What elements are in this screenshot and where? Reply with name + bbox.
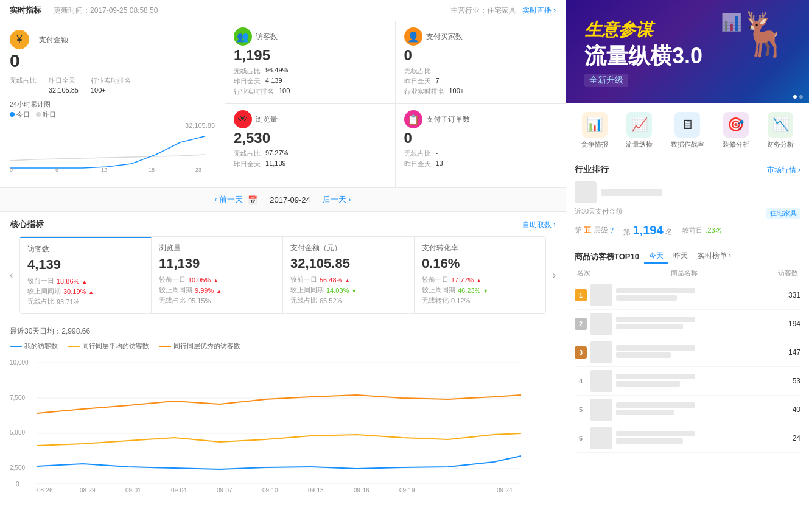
legend-excellent: 同行同层优秀的访客数 — [159, 341, 240, 351]
realtime-chart-svg: 0 6 12 18 23 — [10, 130, 205, 173]
decoration-icon: 🎯 — [723, 112, 749, 138]
pt-tabs: 今天 昨天 实时榜单 › — [644, 250, 736, 264]
ir-change-val: ↓23名 — [704, 226, 722, 234]
next-day-link[interactable]: 后一天 › — [323, 194, 351, 205]
industry-rank-val-pay: 100+ — [91, 86, 131, 94]
core-visitors-value: 4,139 — [27, 257, 144, 273]
core-visitors-row3: 无线占比 93.71% — [27, 297, 144, 306]
product-row-6: 6 24 — [575, 424, 800, 453]
pt-title: 商品访客榜TOP10 — [575, 251, 639, 262]
industry-tag: 住宅家具 — [766, 208, 800, 219]
paid-buyers-icon: 👤 — [404, 27, 422, 46]
industry-ranking: 行业排行 市场行情 › 近30天支付金额 住宅家具 第 五 层级 ? 第 1 — [566, 158, 809, 243]
core-payment-value: 32,105.85 — [290, 256, 407, 271]
product-name-1 — [616, 288, 779, 303]
ir-level-help[interactable]: ? — [610, 226, 614, 234]
product-name-6 — [616, 431, 779, 446]
core-conv-row1: 较前一日 17.77% — [422, 275, 538, 284]
quick-icon-finance[interactable]: 📉 财务分析 — [767, 112, 794, 149]
legend-mine: 我的访客数 — [10, 341, 58, 351]
svg-text:09-07: 09-07 — [217, 487, 233, 494]
product-img-6 — [590, 427, 612, 449]
payment-amount-card: ¥ 支付金额 0 无线占比 - 昨日全天 32,105.85 行业实时排名 — [0, 21, 225, 187]
quick-icon-competition[interactable]: 📊 竞争情报 — [581, 112, 608, 149]
core-metrics-section: 核心指标 自助取数 › ‹ 访客数 4,139 较前一日 18.86% — [0, 212, 566, 321]
chart-avg-label: 最近30天日均：2,998.66 — [10, 326, 556, 337]
tab-yesterday[interactable]: 昨天 — [668, 250, 693, 264]
suborders-icon: 📋 — [404, 110, 422, 128]
product-name-5 — [616, 402, 779, 417]
svg-text:09-16: 09-16 — [354, 487, 369, 494]
legend-avg: 同行同层平均的访客数 — [68, 341, 149, 351]
live-link[interactable]: 实时直播 › — [522, 5, 556, 16]
product-img-2 — [590, 313, 612, 335]
core-nav-left[interactable]: ‹ — [10, 270, 13, 281]
banner-character: 🦌 — [738, 9, 791, 59]
ir-level-val: 五 — [584, 226, 591, 234]
payment-value: 0 — [10, 51, 215, 71]
quick-icon-decoration[interactable]: 🎯 装修分析 — [723, 112, 749, 149]
visitors-value: 1,195 — [234, 47, 387, 64]
rank-4: 4 — [575, 375, 587, 387]
current-date: 2017-09-24 — [270, 195, 310, 205]
banner-dot-2[interactable] — [799, 95, 803, 99]
product-img-5 — [590, 399, 612, 421]
core-pv-row3: 无线占比 95.15% — [159, 296, 275, 305]
core-conv-name: 支付转化率 — [422, 243, 538, 253]
svg-text:08-29: 08-29 — [80, 487, 96, 494]
core-conv-row2: 较上周同期 46.23% — [422, 285, 538, 295]
rank-2: 2 — [575, 318, 587, 330]
side-panel: 生意参谋 流量纵横3.0 全新升级 🦌 📊 📊 竞争情报 📈 流量纵横 — [566, 0, 809, 532]
banner[interactable]: 生意参谋 流量纵横3.0 全新升级 🦌 📊 — [566, 0, 809, 103]
banner-dot-1[interactable] — [793, 95, 797, 99]
col-product: 商品名称 — [671, 268, 698, 278]
product-row-3: 3 147 — [575, 338, 800, 367]
core-nav-right[interactable]: › — [553, 270, 556, 281]
product-row-2: 2 194 — [575, 310, 800, 338]
visitors-card: 👥 访客数 1,195 无线占比96.49% 昨日全天4,139 行业实时排名1… — [225, 21, 396, 104]
prev-day-link[interactable]: ‹ 前一天 — [214, 194, 243, 205]
core-payment-name: 支付金额（元） — [290, 243, 407, 253]
svg-text:12: 12 — [101, 167, 107, 173]
visitors-label: 访客数 — [256, 32, 278, 42]
banner-text: 生意参谋 流量纵横3.0 全新升级 — [584, 18, 702, 87]
tab-realtime[interactable]: 实时榜单 › — [693, 250, 736, 264]
paid-buyers-label: 支付买家数 — [426, 32, 463, 42]
wireless-label-pay: 无线占比 — [10, 76, 37, 85]
paid-buyers-value: 0 — [404, 47, 558, 64]
self-service-link[interactable]: 自助取数 › — [522, 220, 556, 230]
tab-today[interactable]: 今天 — [644, 250, 668, 264]
recent30-label: 近30天支付金额 — [575, 207, 622, 216]
ir-level-info: 第 五 层级 ? — [575, 225, 614, 236]
product-row-1: 1 331 — [575, 281, 800, 310]
visits-2: 194 — [782, 320, 800, 328]
ir-shop-row — [575, 181, 800, 203]
pt-columns: 名次 商品名称 访客数 — [575, 268, 800, 278]
col-visits: 访客数 — [778, 268, 798, 278]
product-row-4: 4 53 — [575, 367, 800, 396]
core-conversion: 支付转化率 0.16% 较前一日 17.77% 较上周同期 46.23% 无线转… — [415, 237, 545, 313]
rank-6: 6 — [575, 432, 587, 444]
trend-chart-section: 最近30天日均：2,998.66 我的访客数 同行同层平均的访客数 同行同层优秀… — [0, 321, 566, 507]
svg-text:09-13: 09-13 — [308, 487, 324, 494]
core-metrics-title: 核心指标 — [10, 219, 44, 230]
wireless-val-pay: - — [10, 86, 37, 94]
svg-text:0: 0 — [10, 167, 13, 173]
pageviews-value: 2,530 — [234, 130, 387, 147]
ir-market-link[interactable]: 市场行情 › — [767, 165, 800, 175]
data-room-label: 数据作战室 — [671, 140, 704, 149]
svg-text:2,500: 2,500 — [10, 464, 25, 471]
finance-label: 财务分析 — [767, 140, 794, 149]
svg-text:18: 18 — [149, 167, 155, 173]
banner-title2: 流量纵横3.0 — [584, 41, 702, 71]
quick-icon-data-room[interactable]: 🖥 数据作战室 — [671, 112, 704, 149]
pageviews-card: 👁 浏览量 2,530 无线占比97.27% 昨日全天11,139 — [225, 104, 396, 187]
quick-icon-traffic[interactable]: 📈 流量纵横 — [626, 112, 653, 149]
product-top10: 商品访客榜TOP10 今天 昨天 实时榜单 › 名次 商品名称 访客数 1 — [566, 243, 809, 459]
visits-1: 331 — [782, 291, 800, 299]
section-title: 实时指标 — [10, 5, 41, 16]
core-visitors-row2: 较上周同期 30.19% — [27, 287, 144, 296]
competition-label: 竞争情报 — [581, 140, 608, 149]
visits-3: 147 — [782, 348, 800, 357]
product-img-3 — [590, 341, 612, 363]
